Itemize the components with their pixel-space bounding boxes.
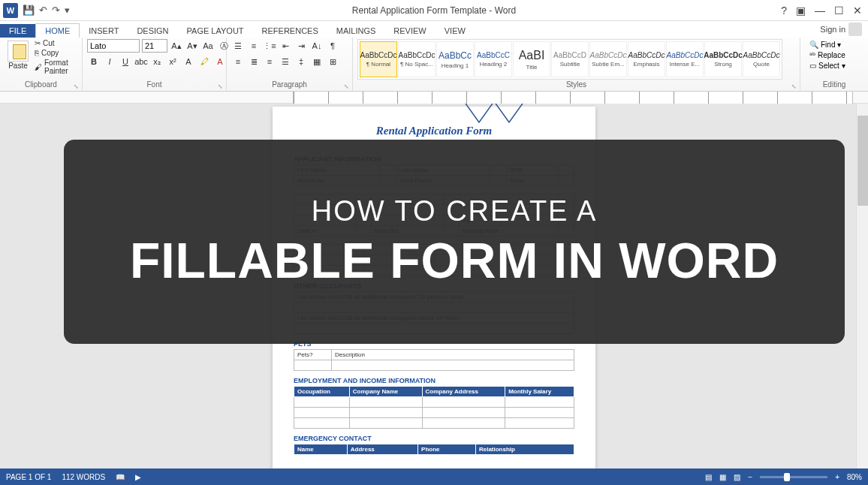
subscript-button[interactable]: x₂ xyxy=(150,55,164,68)
ruler[interactable] xyxy=(0,92,868,104)
font-size-input[interactable] xyxy=(142,39,167,53)
brush-icon: 🖌 xyxy=(35,63,42,71)
multilevel-icon[interactable]: ⋮≡ xyxy=(263,39,276,53)
sign-in[interactable]: Sign in xyxy=(820,23,862,36)
format-painter-button[interactable]: 🖌Format Painter xyxy=(35,59,77,75)
paragraph-launcher-icon[interactable]: ⤡ xyxy=(344,83,349,90)
redo-icon[interactable]: ↷ xyxy=(52,5,60,16)
tab-file[interactable]: FILE xyxy=(0,24,35,38)
group-label-styles: Styles xyxy=(357,80,795,89)
font-name-input[interactable] xyxy=(87,39,140,53)
save-icon[interactable]: 💾 xyxy=(23,5,35,16)
window-title: Rental Application Form Template - Word xyxy=(352,5,516,16)
style-subtle-emphasis[interactable]: AaBbCcDcSubtle Em... xyxy=(589,41,627,77)
style-intense-emphasis[interactable]: AaBbCcDcIntense E... xyxy=(666,41,704,77)
superscript-button[interactable]: x² xyxy=(166,55,179,68)
quick-access-toolbar: W 💾 ↶ ↷ ▾ xyxy=(0,3,70,18)
align-left-icon[interactable]: ≡ xyxy=(231,55,245,68)
style-heading2[interactable]: AaBbCcCHeading 2 xyxy=(475,41,512,77)
copy-icon: ⎘ xyxy=(35,49,39,57)
style-quote[interactable]: AaBbCcDcQuote xyxy=(743,41,780,77)
strikethrough-button[interactable]: abc xyxy=(134,55,148,68)
borders-icon[interactable]: ⊞ xyxy=(326,55,339,68)
replace-button[interactable]: ᵃᵇReplace xyxy=(809,51,859,59)
page-count[interactable]: PAGE 1 OF 1 xyxy=(6,473,51,481)
style-strong[interactable]: AaBbCcDcStrong xyxy=(704,41,742,77)
shrink-font-icon[interactable]: A▾ xyxy=(185,39,199,53)
increase-indent-icon[interactable]: ⇥ xyxy=(294,39,308,53)
read-mode-icon[interactable]: ▤ xyxy=(705,473,712,481)
ribbon-display-icon[interactable]: ▣ xyxy=(796,5,806,17)
clipboard-launcher-icon[interactable]: ⤡ xyxy=(74,83,79,90)
bold-button[interactable]: B xyxy=(87,55,101,68)
change-case-icon[interactable]: Aa xyxy=(201,39,215,53)
qat-dropdown-icon[interactable]: ▾ xyxy=(65,5,70,16)
tab-mailings[interactable]: MAILINGS xyxy=(327,24,385,38)
spell-check-icon[interactable]: 📖 xyxy=(116,473,125,481)
font-color-icon[interactable]: A xyxy=(213,55,227,68)
undo-icon[interactable]: ↶ xyxy=(39,5,47,16)
style-emphasis[interactable]: AaBbCcDcEmphasis xyxy=(628,41,665,77)
binoculars-icon: 🔍 xyxy=(809,41,818,49)
ribbon: Paste ✂Cut ⎘Copy 🖌Format Painter Clipboa… xyxy=(0,38,868,92)
tutorial-overlay: HOW TO CREATE A FILLABLE FORM IN WORD xyxy=(64,140,845,344)
scissors-icon: ✂ xyxy=(35,39,41,47)
maximize-icon[interactable]: ☐ xyxy=(834,5,844,17)
find-button[interactable]: 🔍Find▾ xyxy=(809,41,859,49)
zoom-slider[interactable] xyxy=(760,476,827,478)
vertical-scrollbar[interactable] xyxy=(856,104,868,468)
show-marks-icon[interactable]: ¶ xyxy=(326,39,339,53)
style-heading1[interactable]: AaBbCcHeading 1 xyxy=(436,41,474,77)
copy-button[interactable]: ⎘Copy xyxy=(35,49,77,57)
select-button[interactable]: ▭Select▾ xyxy=(809,62,859,70)
cut-button[interactable]: ✂Cut xyxy=(35,39,77,47)
sign-in-label: Sign in xyxy=(820,25,845,34)
font-launcher-icon[interactable]: ⤡ xyxy=(218,83,223,90)
bullets-icon[interactable]: ☰ xyxy=(231,39,245,53)
style-no-spacing[interactable]: AaBbCcDc¶ No Spac... xyxy=(398,41,436,77)
help-icon[interactable]: ? xyxy=(781,5,787,17)
style-subtitle[interactable]: AaBbCcDSubtitle xyxy=(551,41,589,77)
align-right-icon[interactable]: ≡ xyxy=(263,55,276,68)
paste-button[interactable]: Paste xyxy=(5,39,32,71)
section-emergency: EMERGENCY CONTACT xyxy=(294,435,574,442)
italic-button[interactable]: I xyxy=(103,55,116,68)
highlight-icon[interactable]: 🖍 xyxy=(197,55,211,68)
styles-launcher-icon[interactable]: ⤡ xyxy=(791,83,797,90)
text-effects-icon[interactable]: A xyxy=(182,55,195,68)
justify-icon[interactable]: ☰ xyxy=(279,55,292,68)
tab-review[interactable]: REVIEW xyxy=(384,24,435,38)
word-count[interactable]: 112 WORDS xyxy=(62,473,105,481)
web-layout-icon[interactable]: ▨ xyxy=(734,473,740,481)
minimize-icon[interactable]: — xyxy=(815,5,825,17)
group-styles: AaBbCcDc¶ Normal AaBbCcDc¶ No Spac... Aa… xyxy=(353,38,800,91)
tab-insert[interactable]: INSERT xyxy=(80,24,128,38)
close-icon[interactable]: ✕ xyxy=(853,5,862,17)
style-title[interactable]: AaBITitle xyxy=(513,41,550,77)
zoom-out-icon[interactable]: − xyxy=(748,473,752,481)
style-normal[interactable]: AaBbCcDc¶ Normal xyxy=(360,41,397,77)
tab-design[interactable]: DESIGN xyxy=(128,24,177,38)
tab-view[interactable]: VIEW xyxy=(436,24,475,38)
sort-icon[interactable]: A↓ xyxy=(310,39,324,53)
shading-icon[interactable]: ▦ xyxy=(310,55,324,68)
align-center-icon[interactable]: ≣ xyxy=(247,55,261,68)
styles-gallery[interactable]: AaBbCcDc¶ Normal AaBbCcDc¶ No Spac... Aa… xyxy=(357,39,782,80)
overlay-line2: FILLABLE FORM IN WORD xyxy=(130,232,779,289)
scroll-thumb[interactable] xyxy=(857,116,868,206)
tab-home[interactable]: HOME xyxy=(35,23,80,38)
tab-page-layout[interactable]: PAGE LAYOUT xyxy=(178,24,253,38)
line-spacing-icon[interactable]: ‡ xyxy=(294,55,308,68)
zoom-in-icon[interactable]: + xyxy=(835,473,839,481)
decrease-indent-icon[interactable]: ⇤ xyxy=(279,39,292,53)
group-editing: 🔍Find▾ ᵃᵇReplace ▭Select▾ Editing xyxy=(800,38,868,91)
zoom-level[interactable]: 80% xyxy=(847,473,862,481)
emergency-table: NameAddressPhoneRelationship xyxy=(294,444,574,455)
tab-references[interactable]: REFERENCES xyxy=(253,24,327,38)
underline-button[interactable]: U xyxy=(119,55,132,68)
grow-font-icon[interactable]: A▴ xyxy=(170,39,183,53)
group-label-clipboard: Clipboard xyxy=(5,80,77,89)
macro-icon[interactable]: ▶ xyxy=(135,473,141,481)
numbering-icon[interactable]: ≡ xyxy=(247,39,261,53)
print-layout-icon[interactable]: ▦ xyxy=(719,473,726,481)
